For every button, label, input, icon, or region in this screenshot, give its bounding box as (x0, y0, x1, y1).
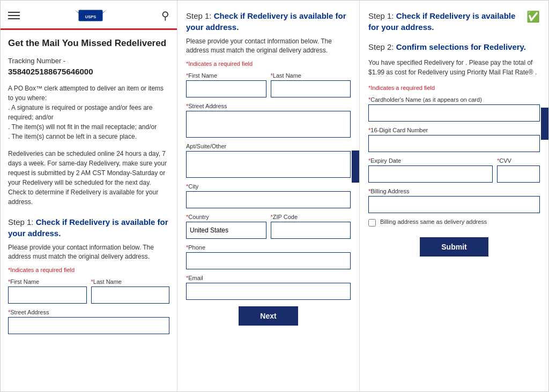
right-billing-same-label: Billing address same as delivery address (380, 218, 487, 225)
middle-zip-group: *ZIP Code (271, 214, 351, 239)
page-title: Get the Mail You Missed Redelivered (8, 37, 169, 49)
right-cvv-group: *CVV (497, 157, 540, 183)
middle-step1-subtext: Please provide your contact information … (186, 37, 351, 55)
left-header: USPS ⚲ (1, 1, 177, 30)
middle-apt-input[interactable] (186, 151, 351, 178)
left-last-name-input[interactable] (91, 287, 170, 304)
right-billing-address-label: *Billing Address (368, 188, 540, 194)
description-text: A PO Box™ clerk attempted to deliver an … (8, 84, 169, 141)
right-expiry-input[interactable] (368, 165, 493, 183)
right-panel: Step 1: Check if Redelivery is available… (360, 1, 548, 391)
usps-logo: USPS (75, 6, 107, 25)
middle-email-label: *Email (186, 275, 351, 281)
middle-phone-input[interactable] (186, 252, 351, 269)
right-required-note: *Indicates a required field (368, 85, 540, 91)
check-circle-icon: ✅ (526, 10, 540, 23)
right-cvv-input[interactable] (497, 165, 540, 183)
right-step2-subtext: You have specified Redelivery for . Plea… (368, 58, 540, 77)
middle-next-btn-area: Next (186, 306, 351, 326)
right-step1-heading: Step 1: Check if Redelivery is available… (368, 10, 526, 33)
right-scrollbar (541, 108, 548, 140)
middle-zip-label: *ZIP Code (271, 214, 351, 220)
right-card-number-group: *16-Digit Card Number (368, 127, 540, 152)
right-card-number-input[interactable] (368, 135, 540, 152)
middle-apt-label: Apt/Suite/Other (186, 143, 351, 149)
middle-zip-input[interactable] (271, 222, 351, 239)
right-card-number-label: *16-Digit Card Number (368, 127, 540, 133)
right-cardholder-input[interactable] (368, 104, 540, 122)
middle-phone-label: *Phone (186, 244, 351, 251)
left-first-name-label: *First Name (8, 278, 87, 285)
right-cardholder-group: *Cardholder's Name (as it appears on car… (368, 96, 540, 122)
right-submit-area: Submit (368, 237, 540, 257)
submit-button[interactable]: Submit (420, 237, 488, 257)
middle-first-name-group: *First Name (186, 72, 266, 97)
left-first-name-input[interactable] (8, 287, 87, 304)
left-required-note: *Indicates a required field (8, 267, 169, 273)
right-cvv-label: *CVV (497, 157, 540, 164)
right-expiry-label: *Expiry Date (368, 157, 493, 164)
middle-city-label: *City (186, 183, 351, 190)
tracking-number: 3584025188675646000 (8, 67, 169, 76)
middle-first-name-input[interactable] (186, 80, 266, 97)
right-expiry-cvv-row: *Expiry Date *CVV (368, 157, 540, 183)
middle-email-input[interactable] (186, 283, 351, 300)
right-cardholder-label: *Cardholder's Name (as it appears on car… (368, 96, 540, 103)
middle-street-label: *Street Address (186, 103, 351, 109)
left-last-name-label: *Last Name (91, 278, 170, 285)
search-icon[interactable]: ⚲ (161, 9, 169, 22)
left-step1-subtext: Please provide your contact information … (8, 243, 169, 261)
right-billing-address-group: *Billing Address (368, 188, 540, 213)
right-content: Step 1: Check if Redelivery is available… (360, 1, 548, 391)
middle-content: Step 1: Check if Redelivery is available… (177, 1, 359, 391)
middle-apt-group: Apt/Suite/Other (186, 143, 351, 178)
left-street-group: *Street Address (8, 309, 169, 334)
middle-scrollbar (352, 150, 359, 183)
right-billing-checkbox-row: Billing address same as delivery address (368, 218, 540, 227)
middle-country-select[interactable]: United States (186, 222, 266, 239)
right-billing-address-input[interactable] (368, 196, 540, 213)
middle-street-input[interactable] (186, 111, 351, 138)
middle-last-name-label: *Last Name (271, 72, 351, 79)
middle-last-name-input[interactable] (271, 80, 351, 97)
right-billing-same-checkbox[interactable] (368, 219, 376, 227)
middle-last-name-group: *Last Name (271, 72, 351, 97)
middle-country-zip-row: *Country United States *ZIP Code (186, 214, 351, 239)
middle-required-note: *Indicates a required field (186, 61, 351, 67)
middle-city-group: *City (186, 183, 351, 208)
middle-street-group: *Street Address (186, 103, 351, 138)
left-first-name-group: *First Name (8, 278, 87, 304)
right-step1-done-row: Step 1: Check if Redelivery is available… (368, 10, 540, 33)
left-step1-heading: Step 1: Check if Redelivery is available… (8, 216, 169, 239)
middle-name-row: *First Name *Last Name (186, 72, 351, 97)
left-last-name-group: *Last Name (91, 278, 170, 304)
left-street-input[interactable] (8, 317, 169, 334)
left-name-row: *First Name *Last Name (8, 278, 169, 304)
redelivery-info: Redeliveries can be scheduled online 24 … (8, 149, 169, 207)
svg-text:USPS: USPS (85, 14, 96, 19)
left-content: Get the Mail You Missed Redelivered Trac… (1, 30, 177, 391)
middle-next-button[interactable]: Next (239, 306, 298, 326)
middle-country-group: *Country United States (186, 214, 266, 239)
hamburger-icon[interactable] (8, 12, 20, 19)
right-step2-heading: Step 2: Confirm selections for Redeliver… (368, 41, 540, 52)
left-street-label: *Street Address (8, 309, 169, 315)
middle-country-label: *Country (186, 214, 266, 220)
middle-step1-heading: Step 1: Check if Redelivery is available… (186, 10, 351, 33)
middle-phone-group: *Phone (186, 244, 351, 269)
middle-email-group: *Email (186, 275, 351, 300)
tracking-label: Tracking Number - (8, 57, 169, 65)
right-expiry-group: *Expiry Date (368, 157, 493, 183)
middle-city-input[interactable] (186, 191, 351, 208)
middle-panel: Step 1: Check if Redelivery is available… (177, 1, 360, 391)
middle-first-name-label: *First Name (186, 72, 266, 79)
left-panel: USPS ⚲ Get the Mail You Missed Redeliver… (1, 1, 177, 391)
